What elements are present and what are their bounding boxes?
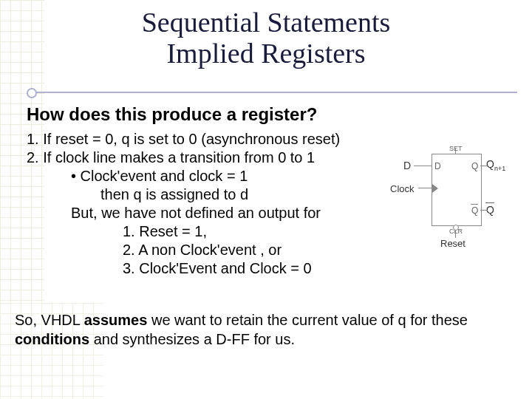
q-subscript: n+1 [494,165,505,172]
clock-wire [418,188,432,188]
footer-pre: So, VHDL [15,312,84,328]
d-signal-label: D [403,160,411,171]
title-line2: Implied Registers [166,38,365,69]
footer-mid: we want to retain the current value of q… [147,312,468,328]
qbar-overline [471,204,478,205]
clock-label: Clock [390,183,415,194]
qbar-wire [480,210,488,211]
reset-label: Reset [440,238,466,249]
q-wire [480,166,488,166]
section-heading: How does this produce a register? [27,103,517,126]
clr-bubble-icon [453,225,459,231]
qbar-port-label: Q [471,205,478,216]
q-top-label: Q [471,161,478,171]
clock-triangle-icon [432,184,438,193]
set-wire [455,148,456,154]
q-out-text: Q [486,158,494,170]
footer-post: and synthesizes a D-FF for us. [89,331,295,347]
list-item-1: 1. If reset = 0, q is set to 0 (asynchro… [27,130,517,149]
divider-dot [27,88,37,98]
qbar-out-overline [485,202,494,203]
slide-title: Sequential Statements Implied Registers [0,7,532,69]
divider-line [30,92,517,93]
sub-item-3: 3. Clock'Event and Clock = 0 [27,259,517,278]
d-wire [414,166,432,166]
footer-text: So, VHDL assumes we want to retain the c… [15,310,510,349]
d-port-label: D [434,161,441,171]
footer-bold2: conditions [15,331,89,347]
title-line1: Sequential Statements [142,7,391,38]
footer-bold1: assumes [84,312,148,328]
q-out-label: Qn+1 [486,158,505,172]
